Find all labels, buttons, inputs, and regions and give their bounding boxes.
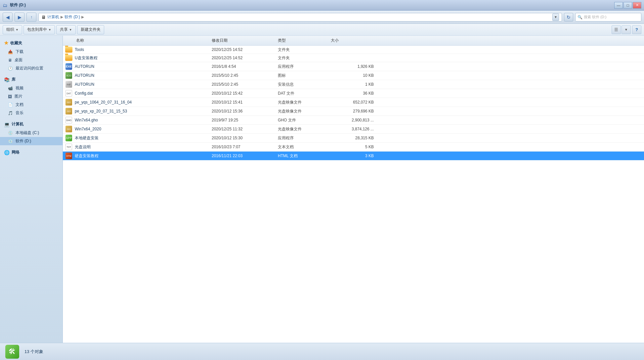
- file-name: pe_yqs_1064_20_07_31_16_04: [75, 100, 212, 105]
- maximize-button[interactable]: □: [623, 2, 632, 9]
- file-date: 2020/12/25 14:52: [212, 47, 278, 52]
- file-name: Config.dat: [75, 91, 212, 96]
- file-name: AUTORUN: [75, 82, 212, 87]
- table-row[interactable]: APP 本地硬盘安装 2020/10/12 15:30 应用程序 28,315 …: [63, 134, 644, 143]
- organize-button[interactable]: 组织 ▼: [3, 25, 22, 34]
- forward-button[interactable]: ▶: [15, 13, 24, 22]
- table-row[interactable]: TXT 光盘说明 2016/10/23 7:07 文本文档 5 KB: [63, 143, 644, 152]
- file-date: 2020/12/25 14:52: [212, 56, 278, 60]
- app-icon: APP: [65, 135, 72, 141]
- titlebar-left: 🗂 软件 (D:): [3, 2, 26, 8]
- file-icon-cell: ISO: [63, 126, 75, 132]
- table-row[interactable]: ISO Win7x64_2020 2020/12/25 11:32 光盘映像文件…: [63, 125, 644, 134]
- sidebar-item-music[interactable]: 🎵 音乐: [0, 109, 63, 117]
- file-icon-cell: [63, 47, 75, 53]
- status-count: 13 个对象: [24, 349, 43, 355]
- table-row[interactable]: ISO pe_yqs_1064_20_07_31_16_04 2020/10/1…: [63, 98, 644, 107]
- table-row[interactable]: ISO pe_yqs_xp_20_07_31_15_53 2020/10/12 …: [63, 107, 644, 116]
- table-row[interactable]: EXE AUTORUN 2016/1/8 4:54 应用程序 1,926 KB: [63, 62, 644, 71]
- file-name: AUTORUN: [75, 73, 212, 78]
- file-type: 安装信息: [278, 82, 331, 87]
- iso-icon: ISO: [65, 108, 72, 114]
- minimize-button[interactable]: —: [614, 2, 623, 9]
- sidebar-network-header[interactable]: 🌐 网络: [0, 148, 63, 157]
- local-c-label: 本地磁盘 (C:): [16, 130, 39, 136]
- search-placeholder: 搜索 软件 (D:): [584, 15, 606, 20]
- library-icon: 📚: [4, 77, 10, 82]
- titlebar: 🗂 软件 (D:) — □ ✕: [0, 0, 644, 11]
- titlebar-title: 软件 (D:): [10, 2, 26, 8]
- sidebar-item-soft-d[interactable]: 💿 软件 (D:): [0, 137, 63, 145]
- file-size: 36 KB: [331, 91, 380, 96]
- network-label: 网络: [12, 150, 20, 155]
- sidebar-computer-header[interactable]: 💻 计算机: [0, 120, 63, 129]
- view-list-button[interactable]: ☰: [612, 25, 621, 34]
- table-row[interactable]: GHO Win7x64.gho 2019/9/7 19:25 GHO 文件 2,…: [63, 116, 644, 125]
- sidebar-item-desktop[interactable]: 🖥 桌面: [0, 56, 63, 64]
- file-type: 光盘映像文件: [278, 126, 331, 132]
- share-button[interactable]: 共享 ▼: [56, 25, 76, 34]
- back-button[interactable]: ◀: [3, 13, 13, 22]
- sidebar-library-header[interactable]: 📚 库: [0, 75, 63, 84]
- local-c-icon: 💿: [8, 131, 13, 135]
- status-icon-glyph: 🛠: [9, 347, 16, 356]
- col-date[interactable]: 修改日期: [212, 38, 278, 43]
- addressbar: ◀ ▶ ↑ 🖥 计算机 ▶ 软件 (D:) ▶ ▼ ↻ 🔍 搜索 软件 (D:): [0, 11, 644, 24]
- html-icon: HTM: [65, 153, 72, 159]
- table-row[interactable]: HTM 硬盘安装教程 2016/11/21 22:03 HTML 文档 3 KB: [63, 152, 644, 160]
- file-rows-container: Tools 2020/12/25 14:52 文件夹 U盘安装教程 2020/1…: [63, 46, 644, 160]
- table-row[interactable]: Tools 2020/12/25 14:52 文件夹: [63, 46, 644, 54]
- sidebar-item-download[interactable]: 📥 下载: [0, 48, 63, 56]
- col-name[interactable]: 名称: [63, 38, 212, 43]
- breadcrumb-arrow-2: ▶: [81, 15, 84, 19]
- image-icon: 🖼: [8, 94, 12, 99]
- file-size: 1 KB: [331, 82, 380, 87]
- table-row[interactable]: INF AUTORUN 2015/5/10 2:45 安装信息 1 KB: [63, 80, 644, 89]
- image-label: 图片: [15, 94, 22, 99]
- include-library-label: 包含到库中: [27, 27, 47, 32]
- sidebar-item-doc[interactable]: 📄 文档: [0, 101, 63, 109]
- include-library-button[interactable]: 包含到库中 ▼: [23, 25, 55, 34]
- table-row[interactable]: DAT Config.dat 2020/10/12 15:42 DAT 文件 3…: [63, 89, 644, 98]
- sidebar-item-image[interactable]: 🖼 图片: [0, 92, 63, 101]
- refresh-button[interactable]: ↻: [564, 13, 573, 22]
- folder-icon: [65, 47, 72, 53]
- view-dropdown-button[interactable]: ▼: [622, 25, 631, 34]
- new-folder-button[interactable]: 新建文件夹: [77, 25, 104, 34]
- file-type: HTML 文档: [278, 153, 331, 159]
- exe-icon: EXE: [65, 63, 72, 70]
- table-row[interactable]: U盘安装教程 2020/12/25 14:52 文件夹: [63, 54, 644, 62]
- close-button[interactable]: ✕: [633, 2, 641, 9]
- col-size[interactable]: 大小: [331, 38, 380, 43]
- search-bar[interactable]: 🔍 搜索 软件 (D:): [575, 13, 641, 22]
- sidebar-item-local-c[interactable]: 💿 本地磁盘 (C:): [0, 129, 63, 137]
- file-size: 10 KB: [331, 73, 380, 78]
- favorites-label: 收藏夹: [10, 40, 22, 46]
- file-name: pe_yqs_xp_20_07_31_15_53: [75, 109, 212, 113]
- file-type: 文件夹: [278, 55, 331, 61]
- table-row[interactable]: ICO AUTORUN 2015/5/10 2:45 图标 10 KB: [63, 71, 644, 80]
- sidebar-item-recent[interactable]: 🕐 最近访问的位置: [0, 64, 63, 72]
- breadcrumb-drive[interactable]: 软件 (D:): [64, 14, 80, 20]
- sidebar-item-video[interactable]: 📹 视频: [0, 84, 63, 92]
- file-date: 2020/10/12 15:36: [212, 109, 278, 113]
- file-icon-cell: DAT: [63, 90, 75, 97]
- file-size: 279,696 KB: [331, 109, 380, 113]
- help-button[interactable]: ?: [632, 25, 641, 34]
- file-icon-cell: GHO: [63, 117, 75, 123]
- file-icon-cell: EXE: [63, 63, 75, 70]
- file-size: 5 KB: [331, 145, 380, 149]
- breadcrumb-computer[interactable]: 计算机: [47, 14, 59, 20]
- computer-icon: 💻: [4, 122, 10, 127]
- up-button[interactable]: ↑: [26, 13, 36, 22]
- file-date: 2020/10/12 15:41: [212, 100, 278, 105]
- breadcrumb-arrow-1: ▶: [61, 15, 63, 19]
- sidebar-favorites-header[interactable]: ★ 收藏夹: [0, 38, 63, 48]
- new-folder-label: 新建文件夹: [81, 27, 101, 32]
- recent-label: 最近访问的位置: [16, 66, 43, 71]
- file-list-header: 名称 修改日期 类型 大小: [63, 36, 644, 46]
- col-type[interactable]: 类型: [278, 38, 331, 43]
- file-type: 应用程序: [278, 135, 331, 141]
- breadcrumb-dropdown[interactable]: ▼: [552, 14, 559, 21]
- file-size: 28,315 KB: [331, 136, 380, 140]
